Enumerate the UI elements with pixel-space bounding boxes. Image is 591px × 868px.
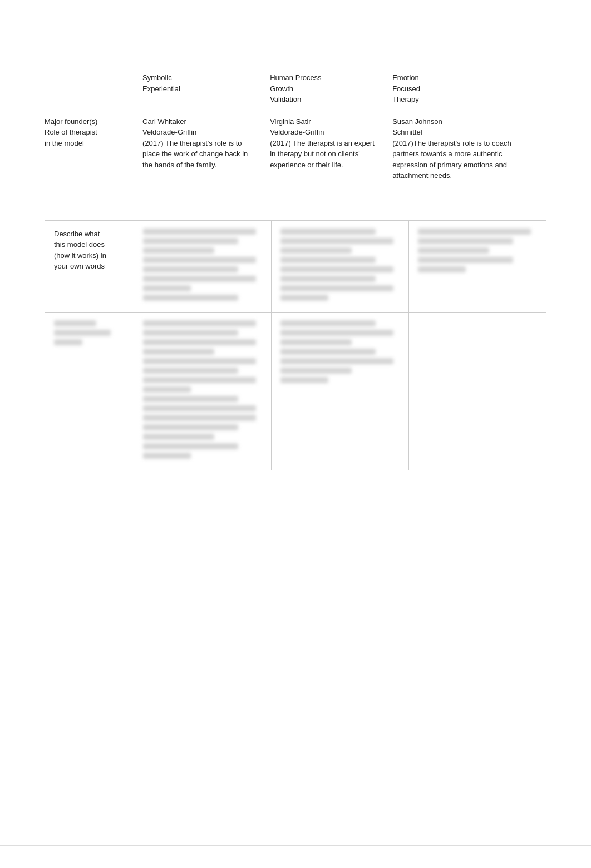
top-info-table: Symbolic Experiential Human Process Grow… — [45, 67, 546, 187]
row1-col1-content: Carl Whitaker Veldorade-Griffin (2017) T… — [134, 111, 261, 187]
describe-col3-blurred — [418, 229, 537, 272]
key-col2-blurred — [280, 320, 400, 383]
col2-header: Human Process Growth Validation — [261, 67, 383, 111]
key-concepts-col1-cell — [134, 312, 272, 470]
key-concepts-label-cell — [45, 312, 134, 470]
row1-col3-content: Susan Johnson Schmittel (2017)The therap… — [383, 111, 546, 187]
describe-col1-blurred — [143, 229, 262, 301]
key-label-blurred — [54, 320, 125, 345]
bottom-bordered-table: Describe what this model does (how it wo… — [45, 220, 546, 470]
describe-col2-blurred — [280, 229, 400, 301]
key-concepts-col2-cell — [272, 312, 409, 470]
footer-divider — [0, 845, 591, 846]
empty-header-cell — [45, 67, 134, 111]
key-concepts-row — [45, 312, 546, 470]
row1-col2-content: Virginia Satir Veldorade-Griffin (2017) … — [261, 111, 383, 187]
key-col1-blurred — [143, 320, 262, 459]
describe-col3-cell — [409, 220, 546, 312]
col3-header: Emotion Focused Therapy — [383, 67, 546, 111]
row1-label: Major founder(s) Role of therapist in th… — [45, 111, 134, 187]
col1-header: Symbolic Experiential — [134, 67, 261, 111]
describe-col2-cell — [272, 220, 409, 312]
describe-label-cell: Describe what this model does (how it wo… — [45, 220, 134, 312]
describe-col1-cell — [134, 220, 272, 312]
key-concepts-col3-cell — [409, 312, 546, 470]
describe-row: Describe what this model does (how it wo… — [45, 220, 546, 312]
